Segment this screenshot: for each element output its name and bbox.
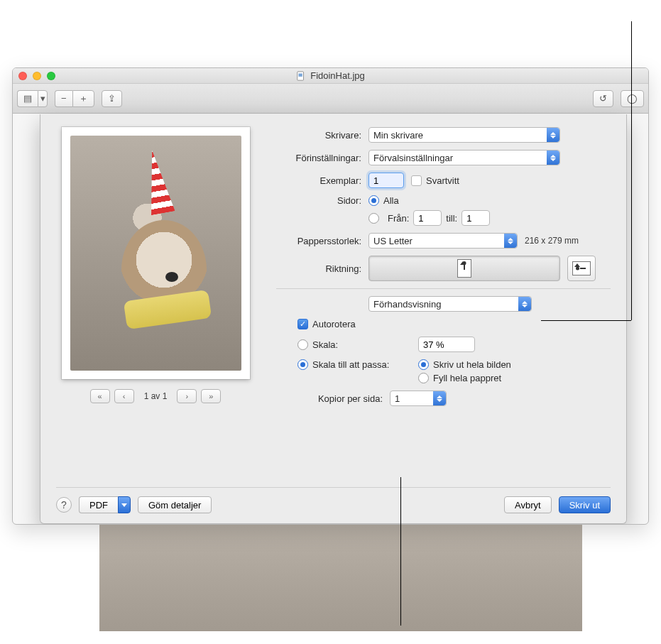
page-indicator: 1 av 1 xyxy=(144,391,168,401)
printer-select[interactable]: Min skrivare xyxy=(368,127,560,143)
bw-checkbox[interactable] xyxy=(411,175,422,186)
svg-rect-1 xyxy=(299,73,302,76)
pages-to-label: till: xyxy=(446,213,457,224)
divider xyxy=(276,288,611,289)
autorotate-checkbox[interactable] xyxy=(297,319,308,329)
pages-from-label: Från: xyxy=(388,213,409,224)
pages-from-input[interactable] xyxy=(413,210,442,226)
presets-label: Förinställningar: xyxy=(276,153,368,163)
toolbar: ▤ ▾ − ＋ ⇪ ↺ ◯ xyxy=(13,84,648,114)
presets-select[interactable]: Förvalsinställningar xyxy=(368,150,560,165)
last-page-button[interactable]: » xyxy=(201,389,221,403)
window-title: FidoinHat.jpg xyxy=(13,70,648,81)
callout-line xyxy=(541,320,631,321)
app-options-value: Förhandsvisning xyxy=(373,299,441,310)
papersize-label: Pappersstorlek: xyxy=(276,236,368,246)
callout-line xyxy=(400,477,401,626)
callout-line xyxy=(631,21,632,320)
titlebar: FidoinHat.jpg xyxy=(13,68,648,84)
scale-fit-label: Skala till att passa: xyxy=(312,359,389,370)
rotate-button[interactable]: ↺ xyxy=(593,90,613,107)
sidebar-menu-button[interactable]: ▾ xyxy=(38,90,48,107)
scale-label: Skala: xyxy=(312,339,338,350)
bw-label: Svartvitt xyxy=(426,175,459,186)
print-preview-page xyxy=(62,127,250,379)
print-whole-radio[interactable] xyxy=(418,359,429,370)
traffic-lights xyxy=(18,72,55,80)
fill-paper-label: Fyll hela pappret xyxy=(433,373,501,383)
fill-paper-radio[interactable] xyxy=(418,373,429,383)
chevron-down-icon xyxy=(118,496,131,513)
copies-input[interactable] xyxy=(368,173,404,188)
zoom-out-button[interactable]: − xyxy=(55,90,72,107)
print-button[interactable]: Skriv ut xyxy=(559,496,611,513)
share-button[interactable]: ⇪ xyxy=(102,90,122,107)
filename-text: FidoinHat.jpg xyxy=(310,70,365,81)
scale-input[interactable] xyxy=(418,337,475,352)
hide-details-button[interactable]: Göm detaljer xyxy=(138,496,212,513)
app-window: FidoinHat.jpg ▤ ▾ − ＋ ⇪ ↺ ◯ xyxy=(12,67,649,525)
pages-all-label: Alla xyxy=(383,195,399,206)
background-image-strip xyxy=(99,525,582,631)
pdf-menu-button[interactable]: PDF xyxy=(79,496,131,513)
page-navigator: « ‹ 1 av 1 › » xyxy=(90,389,222,403)
sidebar-toggle-button[interactable]: ▤ xyxy=(17,90,38,107)
pdf-label: PDF xyxy=(89,500,108,511)
zoom-icon[interactable] xyxy=(47,72,55,80)
scale-radio[interactable] xyxy=(297,339,308,350)
print-dialog: « ‹ 1 av 1 › » Skrivare: Min skrivare xyxy=(40,114,627,524)
prev-page-button[interactable]: ‹ xyxy=(114,389,134,403)
scale-fit-radio[interactable] xyxy=(297,359,308,370)
svg-rect-0 xyxy=(297,71,304,80)
dialog-footer: ? PDF Göm detaljer Avbryt Skriv ut xyxy=(56,487,611,513)
orientation-portrait-button[interactable] xyxy=(368,256,560,281)
copies-per-page-label: Kopior per sida: xyxy=(276,393,390,404)
file-icon xyxy=(296,71,306,81)
presets-value: Förvalsinställningar xyxy=(373,153,453,163)
copies-per-page-select[interactable]: 1 xyxy=(390,391,447,406)
app-options-select[interactable]: Förhandsvisning xyxy=(368,296,532,312)
pages-all-radio[interactable] xyxy=(368,195,379,206)
papersize-select[interactable]: US Letter xyxy=(368,233,518,249)
paper-dimensions: 216 x 279 mm xyxy=(525,236,579,246)
zoom-in-button[interactable]: ＋ xyxy=(72,90,94,107)
cancel-button[interactable]: Avbryt xyxy=(504,496,552,513)
pages-range-radio[interactable] xyxy=(368,213,379,224)
orientation-landscape-button[interactable] xyxy=(567,256,596,281)
preview-image xyxy=(70,136,241,371)
first-page-button[interactable]: « xyxy=(90,389,110,403)
help-button[interactable]: ? xyxy=(56,497,72,513)
copies-per-page-value: 1 xyxy=(395,393,400,404)
pages-to-input[interactable] xyxy=(461,210,490,226)
markup-button[interactable]: ◯ xyxy=(621,90,644,107)
minimize-icon[interactable] xyxy=(33,72,41,80)
papersize-value: US Letter xyxy=(373,236,413,246)
autorotate-label: Autorotera xyxy=(312,319,356,329)
printer-label: Skrivare: xyxy=(276,130,368,141)
close-icon[interactable] xyxy=(18,72,27,80)
copies-label: Exemplar: xyxy=(276,175,368,186)
next-page-button[interactable]: › xyxy=(177,389,197,403)
printer-value: Min skrivare xyxy=(373,130,423,141)
orientation-label: Riktning: xyxy=(276,263,368,274)
print-whole-label: Skriv ut hela bilden xyxy=(433,359,511,370)
pages-label: Sidor: xyxy=(276,195,368,206)
